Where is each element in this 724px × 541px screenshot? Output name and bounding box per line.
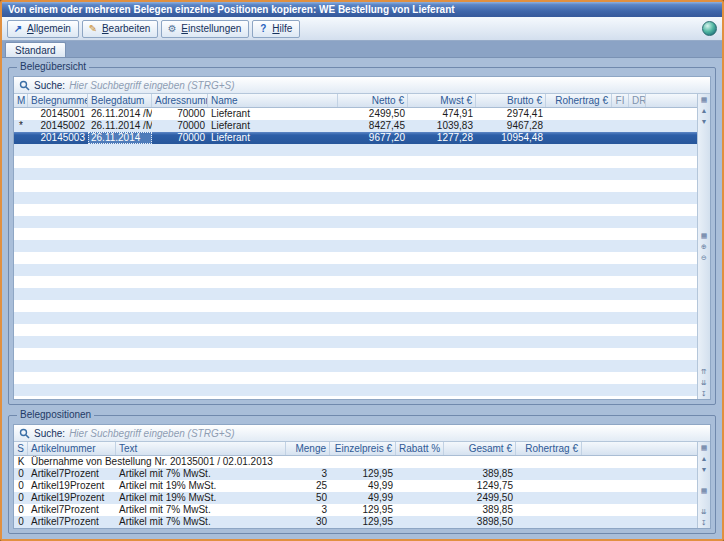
- cell-s: 0: [14, 468, 28, 480]
- cell-s: 0: [14, 492, 28, 504]
- column-header-text[interactable]: Text: [116, 442, 286, 455]
- cell-fi: [612, 120, 629, 132]
- overview-search-input[interactable]: [69, 78, 705, 92]
- scroll-down-icon[interactable]: ▼: [701, 464, 708, 475]
- cell-fi: [612, 132, 629, 144]
- column-header-brutto[interactable]: Brutto €: [476, 94, 546, 107]
- overview-table-body: 20145001 26.11.2014 /M 70000 Lieferant 2…: [14, 108, 697, 399]
- title-bar[interactable]: Von einem oder mehreren Belegen einzelne…: [2, 2, 722, 17]
- cell-text: Artikel mit 7% MwSt.: [116, 504, 286, 516]
- cell-text: Artikel mit 19% MwSt.: [116, 480, 286, 492]
- cell-text: Artikel mit 7% MwSt.: [116, 516, 286, 528]
- cell-rohertrag: [516, 492, 582, 504]
- positions-search-input[interactable]: [69, 426, 705, 440]
- column-header-netto[interactable]: Netto €: [338, 94, 408, 107]
- cell-s: 0: [14, 480, 28, 492]
- column-header-mwst[interactable]: Mwst €: [408, 94, 476, 107]
- column-header-einzelpreis[interactable]: Einzelpreis €: [330, 442, 396, 455]
- search-label: Suche:: [34, 428, 65, 439]
- cell-marker: [14, 132, 28, 144]
- cell-comment-text: Übernahme von Bestellung Nr. 20135001 / …: [28, 456, 697, 468]
- column-header-belegdatum[interactable]: Belegdatum: [88, 94, 152, 107]
- column-header-rabatt[interactable]: Rabatt %: [396, 442, 444, 455]
- column-header-filler: [582, 442, 697, 455]
- cell-netto: 2499,50: [338, 108, 408, 120]
- cell-mwst: 1039,83: [408, 120, 476, 132]
- grid-selector-icon[interactable]: ▦: [701, 94, 708, 105]
- cell-name: Lieferant: [208, 132, 338, 144]
- cell-belegnummer: 20145001: [28, 108, 88, 120]
- table-row[interactable]: 0 Artikel19Prozent Artikel mit 19% MwSt.…: [14, 480, 697, 492]
- page-down-icon[interactable]: ⇊: [701, 506, 707, 517]
- cell-belegdatum: 26.11.2014 /M: [88, 108, 152, 120]
- cell-rabatt: [396, 492, 444, 504]
- cell-gesamt: 389,85: [444, 504, 516, 516]
- scroll-last-icon[interactable]: ↧: [701, 517, 707, 528]
- beleguebersicht-group: Belegübersicht Suche: M Belegnumme: [8, 67, 716, 405]
- cell-artikelnummer: Artikel19Prozent: [28, 480, 116, 492]
- toolbar-button-allgemein[interactable]: ↗ Allgemein: [7, 20, 79, 38]
- table-row[interactable]: 0 Artikel19Prozent Artikel mit 19% MwSt.…: [14, 492, 697, 504]
- cell-menge: 3: [286, 468, 330, 480]
- scroll-down-icon[interactable]: ▼: [701, 116, 708, 127]
- column-header-rohertrag[interactable]: Rohertrag €: [516, 442, 582, 455]
- gear-icon: ⚙: [166, 23, 178, 34]
- column-header-adressnummer[interactable]: Adressnumm: [152, 94, 208, 107]
- positions-table: S Artikelnummer Text Menge Einzelpreis €…: [14, 442, 710, 528]
- cell-adressnummer: 70000: [152, 132, 208, 144]
- cell-einzelpreis: 129,95: [330, 468, 396, 480]
- column-settings-icon[interactable]: ▦: [701, 230, 708, 241]
- column-header-s[interactable]: S: [14, 442, 28, 455]
- column-header-rohertrag[interactable]: Rohertrag €: [546, 94, 612, 107]
- toolbar-button-einstellungen[interactable]: ⚙ Einstellungen: [161, 20, 249, 38]
- cell-rabatt: [396, 504, 444, 516]
- toolbar-button-label: Bearbeiten: [102, 23, 150, 34]
- column-header-artikelnummer[interactable]: Artikelnummer: [28, 442, 116, 455]
- cell-menge: 25: [286, 480, 330, 492]
- cell-rohertrag: [546, 108, 612, 120]
- column-header-m[interactable]: M: [14, 94, 28, 107]
- scroll-up-icon[interactable]: ▲: [701, 453, 708, 464]
- column-header-gesamt[interactable]: Gesamt €: [444, 442, 516, 455]
- toolbar-button-hilfe[interactable]: ? Hilfe: [252, 20, 300, 38]
- cell-name: Lieferant: [208, 108, 338, 120]
- column-header-dr[interactable]: DR: [629, 94, 646, 107]
- page-down-icon[interactable]: ⇊: [701, 377, 707, 388]
- cell-rabatt: [396, 468, 444, 480]
- overview-table-header: M Belegnumme Belegdatum Adressnumm Name …: [14, 94, 697, 108]
- globe-icon[interactable]: [702, 21, 717, 36]
- table-row[interactable]: * 20145002 26.11.2014 /M 70000 Lieferant…: [14, 120, 697, 132]
- positions-search-bar: Suche:: [14, 425, 710, 442]
- column-header-fi[interactable]: FI: [612, 94, 629, 107]
- scroll-last-icon[interactable]: ↧: [701, 388, 707, 399]
- cell-rohertrag: [516, 480, 582, 492]
- column-header-filler: [646, 94, 697, 107]
- column-header-name[interactable]: Name: [208, 94, 338, 107]
- table-row-selected[interactable]: 20145003 26.11.2014 70000 Lieferant 9677…: [14, 132, 697, 144]
- column-settings-icon[interactable]: ▦: [701, 485, 708, 496]
- table-row[interactable]: 0 Artikel7Prozent Artikel mit 7% MwSt. 3…: [14, 468, 697, 480]
- positions-table-header: S Artikelnummer Text Menge Einzelpreis €…: [14, 442, 697, 456]
- table-row[interactable]: 20145001 26.11.2014 /M 70000 Lieferant 2…: [14, 108, 697, 120]
- table-row-comment[interactable]: K Übernahme von Bestellung Nr. 20135001 …: [14, 456, 697, 468]
- cell-rohertrag: [516, 468, 582, 480]
- table-row[interactable]: 0 Artikel7Prozent Artikel mit 7% MwSt. 3…: [14, 504, 697, 516]
- zoom-in-icon[interactable]: ⊕: [701, 241, 707, 252]
- cell-rohertrag: [546, 120, 612, 132]
- cell-brutto: 9467,28: [476, 120, 546, 132]
- scroll-up-icon[interactable]: ▲: [701, 105, 708, 116]
- cell-marker: *: [14, 120, 28, 132]
- grid-selector-icon[interactable]: ▦: [701, 442, 708, 453]
- cell-rohertrag: [546, 132, 612, 144]
- cell-brutto: 10954,48: [476, 132, 546, 144]
- page-up-icon[interactable]: ⇈: [701, 366, 707, 377]
- tab-standard[interactable]: Standard: [5, 42, 66, 57]
- column-header-belegnummer[interactable]: Belegnumme: [28, 94, 88, 107]
- column-header-menge[interactable]: Menge: [286, 442, 330, 455]
- cell-artikelnummer: Artikel7Prozent: [28, 516, 116, 528]
- cell-s: 0: [14, 504, 28, 516]
- zoom-out-icon[interactable]: ⊖: [701, 252, 707, 263]
- toolbar-button-bearbeiten[interactable]: ✎ Bearbeiten: [82, 20, 158, 38]
- table-row[interactable]: 0 Artikel7Prozent Artikel mit 7% MwSt. 3…: [14, 516, 697, 528]
- cell-adressnummer: 70000: [152, 120, 208, 132]
